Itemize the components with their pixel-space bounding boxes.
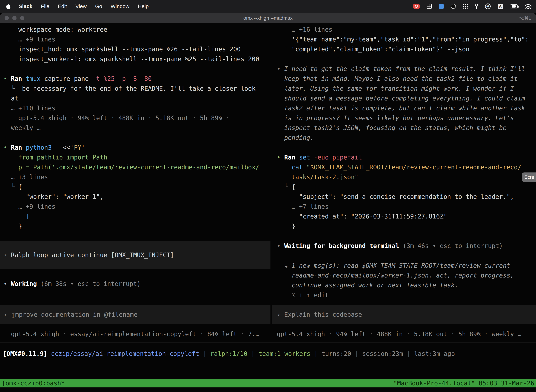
- menu-go[interactable]: Go: [91, 3, 106, 9]
- dark-circle-app-icon[interactable]: [451, 4, 456, 9]
- terminal-line: "created_at": "2026-03-31T11:59:27.816Z": [272, 211, 536, 221]
- prompt-line[interactable]: › Improve documentation in @filename: [0, 310, 270, 319]
- scrollback: … +16 lines '{"team_name":"my-team","tas…: [272, 25, 536, 300]
- traffic-lights: [5, 16, 24, 20]
- menu-edit[interactable]: Edit: [54, 3, 71, 9]
- terminal-line: workspace_mode: worktree: [0, 25, 270, 34]
- prompt-line: › Ralph loop active continue [OMX_TMUX_I…: [0, 250, 270, 260]
- composer-input[interactable]: › Improve documentation in @filename: [0, 305, 270, 324]
- model-status-line: gpt-5.4 xhigh · 94% left · 488K in · 5.1…: [272, 329, 536, 339]
- terminal-line: cat "$OMX_TEAM_STATE_ROOT/team/review-cu…: [272, 162, 536, 172]
- terminal-line: … +7 lines: [272, 202, 536, 211]
- terminal-line: [0, 289, 270, 299]
- terminal-line: "completed","claim_token":"claim-token"}…: [272, 44, 536, 54]
- terminal-line: [272, 251, 536, 261]
- terminal-line: • I need to get the claim token from the…: [272, 64, 536, 74]
- model-status-line: gpt-5.4 xhigh · essay/ai-reimplementatio…: [0, 329, 270, 339]
- terminal-line: ⌥ + ↑ edit: [272, 290, 536, 300]
- menu-view[interactable]: View: [71, 3, 91, 9]
- window-title: omx --xhigh --madmax: [243, 15, 293, 21]
- terminal-line: • Ran set -euo pipefail: [272, 152, 536, 162]
- terminal-line: [272, 231, 536, 241]
- wifi-icon[interactable]: [525, 4, 531, 9]
- terminal-line: from pathlib import Path: [0, 152, 270, 162]
- terminal-line: [0, 269, 270, 279]
- composer-input[interactable]: › Explain this codebase: [272, 305, 536, 324]
- menu-file[interactable]: File: [37, 3, 53, 9]
- terminal-line: later. Using the same for transition mig…: [272, 84, 536, 93]
- menu-items: SlackFileEditViewGoWindowHelp: [14, 3, 153, 9]
- window-shortcut-hint: ⌥⌘1: [519, 15, 531, 21]
- terminal-line: pending.: [272, 133, 536, 143]
- blue-app-icon[interactable]: [439, 4, 444, 9]
- dots-grid-icon[interactable]: [463, 4, 468, 9]
- apple-menu-icon[interactable]: [5, 4, 14, 9]
- menu-window[interactable]: Window: [106, 3, 134, 9]
- terminal-line: task2 after task1 is complete, but can I…: [272, 103, 536, 113]
- prompt-line[interactable]: › Explain this codebase: [272, 310, 536, 319]
- battery-gauge-icon[interactable]: 61: [485, 4, 491, 9]
- window-titlebar[interactable]: omx --xhigh --madmax ⌥⌘1: [0, 13, 536, 23]
- terminal-line: └ {: [272, 182, 536, 192]
- terminal-line: … +3 lines: [0, 172, 270, 182]
- menu-status-icons: 61A: [413, 4, 531, 9]
- terminal-line: gpt-5.4 xhigh · 94% left · 488K in · 5.1…: [0, 113, 270, 123]
- minimize-button[interactable]: [12, 16, 17, 20]
- terminal-line: • Waiting for background terminal (3m 46…: [272, 241, 536, 251]
- terminal-line: [0, 133, 270, 143]
- terminal-line: … +110 lines: [0, 103, 270, 113]
- terminal-line: └ {: [0, 182, 270, 192]
- terminal-line: inspect_hud: omx sparkshell --tmux-pane …: [0, 44, 270, 54]
- scrollback: workspace_mode: worktree … +9 lines insp…: [0, 25, 270, 241]
- menu-slack[interactable]: Slack: [14, 3, 37, 9]
- terminal-line: "subject": "send a concise recommendatio…: [272, 192, 536, 202]
- terminal-window: omx --xhigh --madmax ⌥⌘1 workspace_mode:…: [0, 13, 536, 392]
- menu-help[interactable]: Help: [134, 3, 153, 9]
- screen-notification-fragment[interactable]: Scre: [522, 173, 536, 182]
- omx-status-pane: [OMX#0.11.9] cczip/essay/ai-reimplementa…: [0, 342, 536, 379]
- battery-icon[interactable]: [510, 5, 518, 9]
- terminal-line: … +16 lines: [272, 25, 536, 34]
- terminal-line: [272, 54, 536, 64]
- tmux-host-clock: "MacBook-Pro-44.local" 05:03 31-Mar-26: [393, 380, 534, 387]
- terminal-line: inspect_worker-1: omx sparkshell --tmux-…: [0, 54, 270, 64]
- terminal-line: is in progress? It seems likely but perh…: [272, 113, 536, 123]
- grid-app-icon[interactable]: [427, 4, 432, 9]
- pane-divider-vertical[interactable]: [271, 23, 271, 342]
- terminal-line: └ be necessary for the end of the README…: [0, 84, 270, 93]
- terminal-line: }: [0, 221, 270, 231]
- terminal-line: ]: [0, 211, 270, 221]
- terminal-line: should send a message before completing …: [272, 93, 536, 103]
- working-status: • Working (6m 38s • esc to interrupt): [0, 269, 270, 299]
- screen-recording-stop-icon[interactable]: [413, 4, 420, 9]
- terminal-line: weekly …: [0, 123, 270, 133]
- left-terminal-pane: workspace_mode: worktree … +9 lines insp…: [0, 23, 270, 342]
- terminal-line: gpt-5.4 xhigh · essay/ai-reimplementatio…: [0, 329, 270, 339]
- terminal-line: "worker": "worker-1",: [0, 192, 270, 202]
- terminal-line: • Ran tmux capture-pane -t %25 -p -S -80: [0, 74, 270, 84]
- terminal-line: readme-and-reco/mailbox/worker-1.json, a…: [272, 271, 536, 280]
- terminal-line: keep that in mind. Maybe I also need the…: [272, 74, 536, 84]
- terminal-line: ↳ 1 new msg(s): read $OMX_TEAM_STATE_ROO…: [272, 261, 536, 271]
- terminal-line: [272, 143, 536, 152]
- terminal-line: [0, 231, 270, 241]
- terminal-line: tasks/task-2.json": [272, 172, 536, 182]
- terminal-line: … +9 lines: [0, 202, 270, 211]
- terminal-line: • Ran python3 - <<'PY': [0, 143, 270, 152]
- key-app-icon[interactable]: [475, 4, 478, 7]
- terminal-line: '{"team_name":"my-team","task_id":"1","f…: [272, 34, 536, 44]
- close-button[interactable]: [5, 16, 9, 20]
- right-terminal-pane: … +16 lines '{"team_name":"my-team","tas…: [272, 23, 536, 342]
- terminal-line: inspect task2's JSON, focusing on the st…: [272, 123, 536, 133]
- terminal-line: • Working (6m 38s • esc to interrupt): [0, 279, 270, 289]
- tmux-status-bar: [omx-cczip0:bash* "MacBook-Pro-44.local"…: [0, 379, 536, 387]
- terminal-line: gpt-5.4 xhigh · 94% left · 488K in · 5.1…: [272, 329, 536, 339]
- terminal-line: p = Path('.omx/state/team/review-current…: [0, 162, 270, 172]
- tmux-panes: workspace_mode: worktree … +9 lines insp…: [0, 23, 536, 342]
- macos-menu-bar: SlackFileEditViewGoWindowHelp 61A: [0, 0, 536, 13]
- tmux-session-label: [omx-cczip0:bash*: [2, 380, 65, 387]
- terminal-line: continue assigned work or next feasible …: [272, 280, 536, 290]
- input-source-icon[interactable]: A: [498, 4, 503, 9]
- terminal-line: at: [0, 93, 270, 103]
- zoom-button[interactable]: [20, 16, 24, 20]
